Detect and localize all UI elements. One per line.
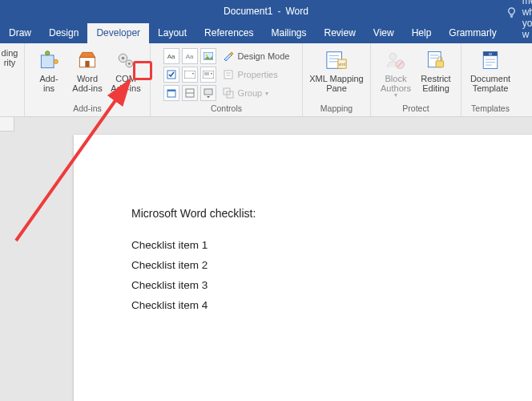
group-label-controls: Controls xyxy=(211,103,242,115)
legacy-tools-icon[interactable] xyxy=(200,85,216,101)
block-authors-icon xyxy=(383,47,409,73)
word-addins-label: Word Add-ins xyxy=(72,74,102,93)
chevron-down-icon: ▾ xyxy=(394,93,397,98)
list-item: Checklist item 4 xyxy=(131,299,532,311)
design-mode-button[interactable]: Design Mode xyxy=(222,48,290,64)
svg-rect-12 xyxy=(184,71,195,79)
tab-view[interactable]: View xyxy=(365,23,403,43)
word-addins-button[interactable]: Word Add-ins xyxy=(68,46,107,93)
svg-point-1 xyxy=(46,51,50,55)
restrict-editing-label: Restrict Editing xyxy=(421,74,450,93)
tab-developer[interactable]: Developer xyxy=(87,23,149,43)
document-name: Document1 xyxy=(224,6,272,17)
svg-rect-20 xyxy=(204,89,212,95)
controls-options: Design Mode Properties Group ▾ xyxy=(222,46,290,101)
addins-button[interactable]: Add- ins xyxy=(30,46,68,93)
group-btn-label: Group xyxy=(238,88,263,98)
tab-help[interactable]: Help xyxy=(403,23,441,43)
properties-button[interactable]: Properties xyxy=(222,67,290,83)
svg-point-6 xyxy=(122,57,125,60)
group-label-addins: Add-ins xyxy=(73,103,102,115)
group-icon xyxy=(222,87,235,99)
document-template-label: Document Template xyxy=(470,74,510,93)
list-item: Checklist item 1 xyxy=(131,239,532,251)
restrict-editing-button[interactable]: Restrict Editing xyxy=(416,46,456,98)
tab-design[interactable]: Design xyxy=(40,23,87,43)
app-name: Word xyxy=(285,6,308,17)
repeating-control-icon[interactable] xyxy=(182,85,198,101)
checkbox-control-icon[interactable] xyxy=(163,67,179,83)
group-label-templates: Templates xyxy=(471,103,510,115)
svg-rect-0 xyxy=(41,55,54,68)
picture-control-icon[interactable] xyxy=(200,48,216,64)
com-addins-label: COM Add-ins xyxy=(111,74,140,93)
restrict-editing-icon xyxy=(423,47,449,73)
xml-mapping-icon: xml xyxy=(324,47,349,73)
plain-text-control-icon[interactable]: Aa xyxy=(182,48,198,64)
datepicker-control-icon[interactable] xyxy=(163,85,179,101)
dropdown-control-icon[interactable] xyxy=(200,67,216,83)
rich-text-control-icon[interactable]: Aa xyxy=(163,48,179,64)
lightbulb-icon xyxy=(506,6,518,18)
svg-rect-38 xyxy=(436,61,444,67)
svg-point-32 xyxy=(389,53,397,60)
block-authors-label: Block Authors xyxy=(381,74,411,93)
group-label-code xyxy=(9,103,11,115)
group-code-partial: ding rity xyxy=(0,43,25,116)
content-controls-palette: Aa Aa xyxy=(163,46,216,101)
svg-point-10 xyxy=(205,55,208,57)
svg-point-2 xyxy=(54,59,58,63)
group-addins: Add- ins Word Add-ins COM Add-ins Add-in… xyxy=(25,43,151,116)
puzzle-icon xyxy=(36,47,62,73)
document-template-button[interactable]: W Document Template xyxy=(466,46,514,93)
svg-rect-17 xyxy=(167,90,175,91)
ribbon: ding rity Add- ins Word Add-ins xyxy=(0,43,532,117)
block-authors-button[interactable]: Block Authors ▾ xyxy=(376,46,416,98)
svg-rect-21 xyxy=(224,71,232,79)
tab-grammarly[interactable]: Grammarly xyxy=(440,23,505,43)
svg-rect-4 xyxy=(85,61,89,67)
ruler-corner xyxy=(0,117,14,132)
partial-label: ding rity xyxy=(2,48,18,67)
xml-mapping-button[interactable]: xml XML Mapping Pane xyxy=(308,46,365,93)
group-controls: Aa Aa Design Mode Properties xyxy=(151,43,303,116)
tab-draw[interactable]: Draw xyxy=(0,23,40,43)
tab-references[interactable]: References xyxy=(195,23,262,43)
design-mode-label: Design Mode xyxy=(238,51,290,61)
title-bar: Document1 - Word xyxy=(0,0,532,22)
properties-icon xyxy=(222,68,235,81)
document-workspace: Microsoft Word checklist: Checklist item… xyxy=(0,117,532,401)
svg-text:xml: xml xyxy=(338,62,345,67)
properties-label: Properties xyxy=(238,70,278,79)
partial-button[interactable]: ding rity xyxy=(0,46,19,67)
addins-label: Add- ins xyxy=(39,74,58,93)
design-mode-icon xyxy=(222,50,235,63)
group-mapping: xml XML Mapping Pane Mapping xyxy=(303,43,371,116)
document-template-icon: W xyxy=(478,47,503,73)
gears-icon xyxy=(113,47,139,73)
ribbon-tabs: Draw Design Developer Layout References … xyxy=(0,22,532,43)
com-addins-button[interactable]: COM Add-ins xyxy=(107,46,145,93)
group-templates: W Document Template Templates xyxy=(461,43,519,116)
group-button[interactable]: Group ▾ xyxy=(222,85,290,101)
tab-mailings[interactable]: Mailings xyxy=(262,23,315,43)
tab-layout[interactable]: Layout xyxy=(149,23,195,43)
xml-mapping-label: XML Mapping Pane xyxy=(309,74,363,93)
title-separator: - xyxy=(277,6,280,17)
document-page[interactable]: Microsoft Word checklist: Checklist item… xyxy=(74,135,532,401)
chevron-down-icon: ▾ xyxy=(265,90,268,97)
group-label-protect: Protect xyxy=(402,103,429,115)
tab-review[interactable]: Review xyxy=(316,23,365,43)
group-protect: Block Authors ▾ Restrict Editing Protect xyxy=(371,43,461,116)
svg-point-8 xyxy=(128,63,131,65)
doc-heading: Microsoft Word checklist: xyxy=(131,207,532,220)
tell-me-label: Tell me what you w xyxy=(522,0,532,40)
group-label-mapping: Mapping xyxy=(320,103,353,115)
store-icon xyxy=(75,47,100,73)
combobox-control-icon[interactable] xyxy=(182,67,198,83)
list-item: Checklist item 3 xyxy=(131,279,532,291)
list-item: Checklist item 2 xyxy=(131,259,532,271)
tell-me-search[interactable]: Tell me what you w xyxy=(506,0,532,43)
